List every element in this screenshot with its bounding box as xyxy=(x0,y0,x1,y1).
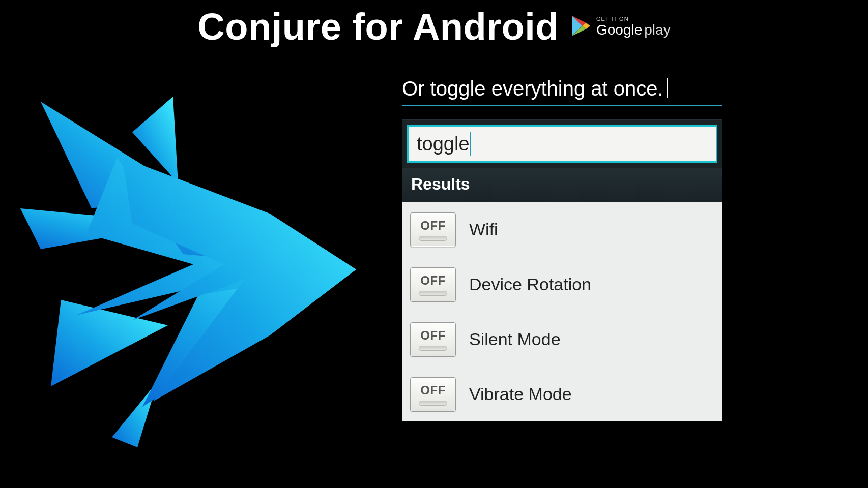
result-label: Vibrate Mode xyxy=(469,384,572,404)
toggle-track-icon xyxy=(419,291,447,296)
play-label: play xyxy=(644,23,670,37)
text-caret-icon xyxy=(470,132,471,156)
get-it-on-label: GET IT ON xyxy=(596,16,629,22)
toggle-state-label: OFF xyxy=(420,273,446,288)
search-input[interactable]: toggle xyxy=(407,125,717,163)
list-item[interactable]: OFF Wifi xyxy=(402,202,722,257)
conjure-logo xyxy=(5,81,382,458)
list-item[interactable]: OFF Silent Mode xyxy=(402,312,722,367)
toggle-state-label: OFF xyxy=(420,219,446,233)
google-label: Google xyxy=(596,23,642,37)
toggle-track-icon xyxy=(419,401,447,406)
caption-text: Or toggle everything at once. xyxy=(402,76,722,106)
toggle-state-label: OFF xyxy=(420,328,446,343)
toggle-switch[interactable]: OFF xyxy=(410,377,456,412)
google-play-icon xyxy=(571,15,591,39)
results-heading: Results xyxy=(402,168,722,202)
cursor-caret-icon xyxy=(667,78,668,98)
list-item[interactable]: OFF Vibrate Mode xyxy=(402,367,722,421)
search-value: toggle xyxy=(417,133,470,155)
result-label: Silent Mode xyxy=(469,329,561,349)
header: Conjure for Android GET IT ON Goo xyxy=(0,0,868,48)
page-title: Conjure for Android xyxy=(197,5,559,48)
svg-marker-14 xyxy=(122,158,356,402)
toggle-track-icon xyxy=(419,346,447,351)
google-play-badge[interactable]: GET IT ON Google play xyxy=(571,15,671,39)
toggle-track-icon xyxy=(419,236,447,241)
app-screenshot: toggle Results OFF Wifi OFF Device Rotat… xyxy=(402,119,722,421)
toggle-switch[interactable]: OFF xyxy=(410,267,456,302)
result-label: Wifi xyxy=(469,220,498,239)
toggle-state-label: OFF xyxy=(420,383,446,398)
toggle-switch[interactable]: OFF xyxy=(410,322,456,357)
toggle-switch[interactable]: OFF xyxy=(410,212,456,247)
result-label: Device Rotation xyxy=(469,274,591,294)
list-item[interactable]: OFF Device Rotation xyxy=(402,257,722,312)
